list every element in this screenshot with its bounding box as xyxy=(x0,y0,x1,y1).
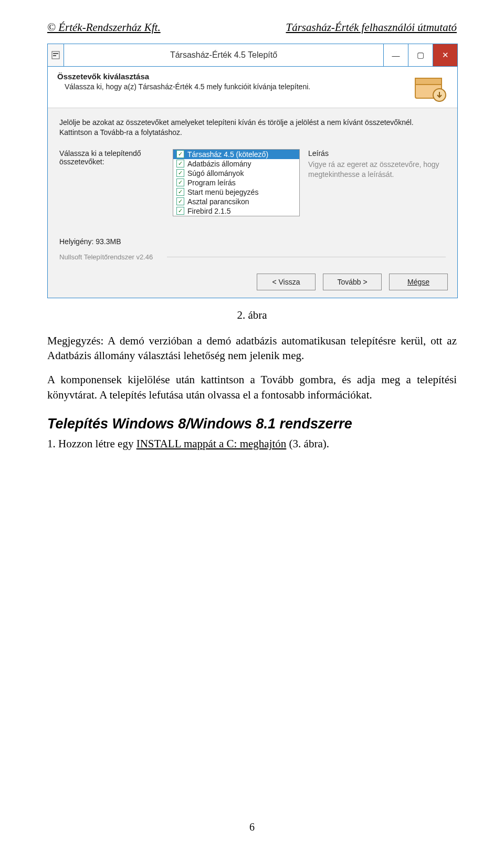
checkbox-icon[interactable]: ✓ xyxy=(176,169,184,177)
page-number: 6 xyxy=(0,821,504,833)
checkbox-icon[interactable]: ✓ xyxy=(176,160,184,167)
svg-rect-2 xyxy=(53,55,56,56)
installer-subhead: Összetevők kiválasztása xyxy=(57,72,412,81)
app-icon xyxy=(48,44,64,66)
instruction-text: Jelölje be azokat az összetevőket amelye… xyxy=(59,118,446,138)
paragraph-note: Megjegyzés: A demó verzióban a demó adat… xyxy=(47,333,457,363)
step-suffix: (3. ábra). xyxy=(286,437,329,450)
installer-subdesc: Válassza ki, hogy a(z) Társasház-Érték 4… xyxy=(57,82,412,91)
component-item[interactable]: ✓ Adatbázis állomány xyxy=(173,159,299,169)
select-components-label: Válassza ki a telepítendő összetevőket: xyxy=(59,149,164,216)
paragraph-steps: A komponensek kijelölése után kattintson… xyxy=(47,372,457,402)
component-label: Súgó állományok xyxy=(187,169,244,177)
maximize-button[interactable]: ▢ xyxy=(408,44,433,66)
component-label: Program leírás xyxy=(187,179,236,187)
back-button[interactable]: < Vissza xyxy=(257,274,316,290)
close-button[interactable]: ✕ xyxy=(433,44,457,66)
space-required: Helyigény: 93.3MB xyxy=(59,237,446,246)
cancel-button[interactable]: Mégse xyxy=(389,274,448,290)
component-item[interactable]: ✓ Start menü bejegyzés xyxy=(173,187,299,197)
button-row: < Vissza Tovább > Mégse xyxy=(48,266,457,298)
step-prefix: 1. Hozzon létre egy xyxy=(47,437,136,450)
installer-header: Összetevők kiválasztása Válassza ki, hog… xyxy=(48,67,457,108)
window-title: Társasház-Érték 4.5 Telepítő xyxy=(64,44,383,66)
component-item[interactable]: ✓ Asztal parancsikon xyxy=(173,197,299,206)
description-text: Vigye rá az egeret az összetevőre, hogy … xyxy=(308,160,446,180)
installer-body: Jelölje be azokat az összetevőket amelye… xyxy=(48,108,457,266)
component-item[interactable]: ✓ Firebird 2.1.5 xyxy=(173,206,299,216)
copyright-text: © Érték-Rendszerház Kft. xyxy=(47,21,161,34)
component-label: Társasház 4.5 (kötelező) xyxy=(187,150,268,159)
component-label: Firebird 2.1.5 xyxy=(187,207,230,215)
titlebar: Társasház-Érték 4.5 Telepítő — ▢ ✕ xyxy=(48,44,457,67)
component-label: Start menü bejegyzés xyxy=(187,188,258,196)
next-button[interactable]: Tovább > xyxy=(323,274,382,290)
step-link: INSTALL mappát a C: meghajtón xyxy=(136,437,287,450)
installer-system-line: Nullsoft Telepítőrendszer v2.46 xyxy=(59,253,446,261)
component-item[interactable]: ✓ Program leírás xyxy=(173,178,299,187)
component-label: Asztal parancsikon xyxy=(187,197,249,206)
component-label: Adatbázis állomány xyxy=(187,160,251,168)
figure-caption: 2. ábra xyxy=(47,309,457,322)
components-list[interactable]: ✓ Társasház 4.5 (kötelező) ✓ Adatbázis á… xyxy=(173,149,300,216)
svg-rect-1 xyxy=(53,53,58,54)
doc-title: Társasház-Érték felhasználói útmutató xyxy=(286,21,457,34)
page-header: © Érték-Rendszerház Kft. Társasház-Érték… xyxy=(47,21,457,34)
step-1: 1. Hozzon létre egy INSTALL mappát a C: … xyxy=(47,437,457,450)
checkbox-icon[interactable]: ✓ xyxy=(176,207,184,215)
description-heading: Leírás xyxy=(308,149,446,158)
package-icon xyxy=(412,72,448,102)
checkbox-icon[interactable]: ✓ xyxy=(176,197,184,205)
component-item[interactable]: ✓ Társasház 4.5 (kötelező) xyxy=(173,150,299,159)
minimize-button[interactable]: — xyxy=(383,44,408,66)
checkbox-icon[interactable]: ✓ xyxy=(176,179,184,186)
description-panel: Leírás Vigye rá az egeret az összetevőre… xyxy=(308,149,446,216)
section-title: Telepítés Windows 8/Windows 8.1 rendszer… xyxy=(47,416,457,432)
installer-window: Társasház-Érték 4.5 Telepítő — ▢ ✕ Össze… xyxy=(47,44,458,298)
checkbox-icon[interactable]: ✓ xyxy=(176,150,184,158)
svg-rect-4 xyxy=(415,78,442,85)
component-item[interactable]: ✓ Súgó állományok xyxy=(173,169,299,178)
checkbox-icon[interactable]: ✓ xyxy=(176,188,184,196)
